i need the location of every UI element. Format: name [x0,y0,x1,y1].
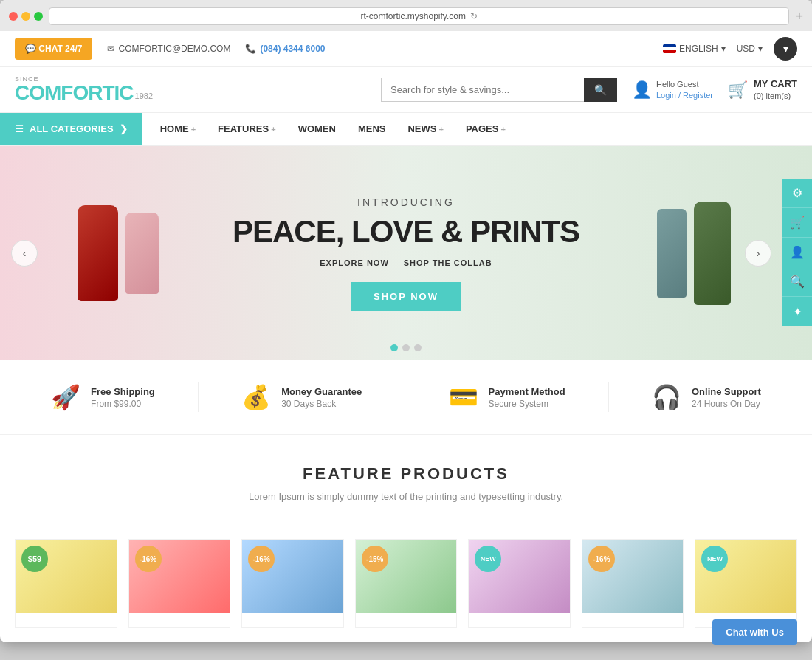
url-text: rt-comfortic.myshopify.com [361,11,466,21]
slider-prev-button[interactable]: ‹ [11,240,38,267]
featured-section: FEATURE PRODUCTS Lorem Ipsum is simply d… [0,435,812,539]
currency-arrow: ▾ [758,44,763,54]
dot-close[interactable] [9,12,18,21]
user-icon: 👤 [632,80,652,100]
feature-divider-1 [198,382,199,412]
product-card-3[interactable]: -16% [241,539,344,628]
sidebar-search-icon[interactable]: 🔍 [782,267,812,297]
search-bar: 🔍 [381,78,617,102]
dark-circle-button[interactable]: ▾ [774,37,797,61]
shop-now-button[interactable]: SHOP NOW [351,282,461,311]
support-icon: 🎧 [652,383,681,411]
header: SINCE COMFORTIC 1982 🔍 👤 Hello Guest Log… [0,67,812,113]
language-selector[interactable]: ENGLISH ▾ [663,44,726,54]
payment-subtitle: Secure System [489,399,565,409]
badge-discount-4: -15% [362,546,388,572]
hero-content: INTRODUCING PEACE, LOVE & PRINTS EXPLORE… [233,196,579,311]
product-card-2[interactable]: -16% [128,539,231,628]
user-greeting: Hello Guest [656,79,713,89]
slider-next-button[interactable]: › [745,240,771,267]
explore-now-link[interactable]: EXPLORE NOW [320,258,389,267]
featured-title: FEATURE PRODUCTS [30,464,782,484]
support-subtitle: 24 Hours On Day [692,399,761,409]
nav-bar: ☰ ALL CATEGORIES ❯ HOME + FEATURES + WOM… [0,113,812,146]
refresh-icon[interactable]: ↻ [470,11,478,21]
sidebar-user-icon[interactable]: 👤 [782,238,812,267]
all-categories-button[interactable]: ☰ ALL CATEGORIES ❯ [0,113,142,145]
browser-chrome: rt-comfortic.myshopify.com ↻ + [0,0,812,31]
dot-minimize[interactable] [21,12,30,21]
browser-dots [9,12,43,21]
shop-collab-link[interactable]: SHOP THE COLLAB [404,258,492,267]
bottle-2 [125,213,159,294]
hero-title: PEACE, LOVE & PRINTS [233,214,579,250]
featured-subtitle: Lorem Ipsum is simply dummy text of the … [30,491,782,502]
guarantee-subtitle: 30 Days Back [281,399,362,409]
bottle-3 [657,209,687,298]
sidebar-cart-icon[interactable]: 🛒 [782,208,812,238]
slider-dot-1[interactable] [390,344,398,351]
hero-introducing: INTRODUCING [233,196,579,208]
currency-label: USD [737,44,755,54]
browser-window: rt-comfortic.myshopify.com ↻ + 💬 CHAT 24… [0,0,812,642]
guarantee-title: Money Guarantee [281,386,362,397]
feature-payment: 💳 Payment Method Secure System [449,383,565,411]
nav-pages[interactable]: PAGES + [455,113,516,145]
product-card-7[interactable]: NEW [695,539,797,628]
payment-title: Payment Method [489,386,565,397]
user-section: 👤 Hello Guest Login / Register [632,79,713,100]
search-input[interactable] [381,78,584,102]
shipping-icon: 🚀 [51,383,80,411]
nav-features[interactable]: FEATURES + [207,113,286,145]
shipping-text: Free Shipping From $99.00 [91,386,155,409]
left-bottle-group [78,205,159,301]
nav-news[interactable]: NEWS + [397,113,453,145]
slider-dot-3[interactable] [414,344,422,351]
slider-dot-2[interactable] [402,344,410,351]
user-text: Hello Guest Login / Register [656,79,713,100]
feature-divider-3 [608,382,609,412]
login-register-link[interactable]: Login / Register [656,91,713,100]
address-bar[interactable]: rt-comfortic.myshopify.com ↻ [49,7,789,25]
support-title: Online Support [692,386,761,397]
hero-links: EXPLORE NOW SHOP THE COLLAB [233,258,579,267]
feature-guarantee: 💰 Money Guarantee 30 Days Back [241,383,362,411]
feature-shipping: 🚀 Free Shipping From $99.00 [51,383,155,411]
support-text: Online Support 24 Hours On Day [692,386,761,409]
product-card-4[interactable]: -15% [355,539,458,628]
new-tab-button[interactable]: + [795,9,803,24]
cart-area[interactable]: 🛒 MY CART (0) item(s) [728,78,797,101]
right-bottles [576,146,812,360]
nav-home[interactable]: HOME + [150,113,206,145]
cart-icon: 🛒 [728,80,748,100]
logo-main: COMFORTIC [15,83,134,103]
top-bar: 💬 CHAT 24/7 ✉ COMFORTIC@DEMO.COM 📞 (084)… [0,31,812,67]
chat-button[interactable]: 💬 CHAT 24/7 [15,38,92,60]
product-card-6[interactable]: -16% [582,539,684,628]
product-card-1[interactable]: $59 [15,539,117,628]
dot-maximize[interactable] [34,12,43,21]
currency-selector[interactable]: USD ▾ [737,44,763,54]
feature-divider-2 [405,382,405,412]
product-card-5[interactable]: NEW [468,539,571,628]
lang-arrow: ▾ [721,44,726,54]
shipping-title: Free Shipping [91,386,155,397]
chat-widget[interactable]: Chat with Us [712,619,797,645]
top-bar-right: ENGLISH ▾ USD ▾ ▾ [663,37,797,61]
nav-links: HOME + FEATURES + WOMEN MENS NEWS + PAGE… [142,113,523,145]
logo-year: 1982 [135,92,153,100]
nav-mens[interactable]: MENS [348,113,396,145]
guarantee-text: Money Guarantee 30 Days Back [281,386,362,409]
sidebar-star-icon[interactable]: ✦ [782,297,812,326]
sidebar-settings-icon[interactable]: ⚙ [782,179,812,208]
nav-women[interactable]: WOMEN [288,113,346,145]
guarantee-icon: 💰 [241,383,271,411]
search-button[interactable]: 🔍 [584,78,617,102]
email-contact: ✉ COMFORTIC@DEMO.COM [107,44,230,54]
email-text: COMFORTIC@DEMO.COM [118,44,230,54]
cart-label: MY CART [754,78,797,91]
cart-text: MY CART (0) item(s) [754,78,797,101]
product-grid: $59 -16% -16% -15% NEW -16% [0,539,812,642]
payment-icon: 💳 [449,383,478,411]
hero-slider: INTRODUCING PEACE, LOVE & PRINTS EXPLORE… [0,146,812,360]
